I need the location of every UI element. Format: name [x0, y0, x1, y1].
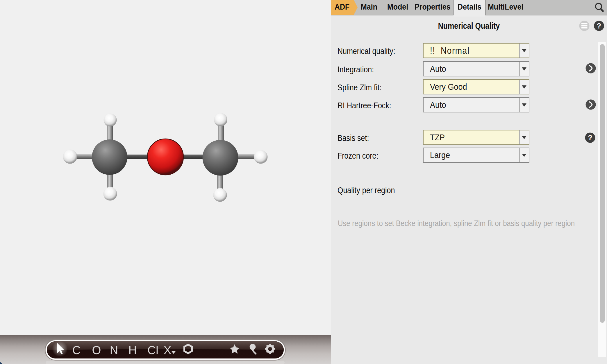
- svg-text:?: ?: [597, 22, 601, 30]
- svg-text:?: ?: [588, 134, 592, 142]
